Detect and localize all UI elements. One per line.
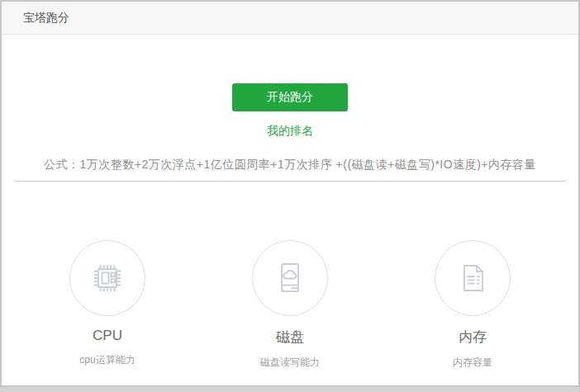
- feature-subtitle-cpu: cpu运算能力: [25, 353, 190, 367]
- feature-subtitle-disk: 磁盘读写能力: [207, 356, 373, 370]
- feature-title-cpu: CPU: [25, 328, 190, 344]
- feature-subtitle-memory: 内存容量: [390, 356, 555, 370]
- benchmark-panel: 宝塔跑分 开始跑分 我的排名 公式：1万次整数+2万次浮点+1亿位圆周率+1万次…: [0, 0, 580, 387]
- my-rank-link[interactable]: 我的排名: [2, 124, 578, 139]
- score-formula-text: 公式：1万次整数+2万次浮点+1亿位圆周率+1万次排序 +((磁盘读+磁盘写)*…: [2, 158, 578, 172]
- feature-memory: 内存 内存容量: [390, 240, 555, 370]
- features-row: CPU cpu运算能力 磁: [2, 240, 578, 370]
- feature-title-memory: 内存: [390, 328, 555, 347]
- cpu-chip-icon: [88, 258, 127, 298]
- page-title: 宝塔跑分: [23, 11, 69, 24]
- disk-icon: [270, 258, 310, 298]
- feature-cpu: CPU cpu运算能力: [25, 240, 190, 370]
- panel-content: 开始跑分 我的排名 公式：1万次整数+2万次浮点+1亿位圆周率+1万次排序 +(…: [2, 35, 578, 370]
- feature-title-disk: 磁盘: [207, 328, 373, 347]
- disk-circle: [252, 240, 328, 316]
- memory-circle: [435, 240, 511, 316]
- memory-file-icon: [453, 258, 492, 298]
- cpu-circle: [69, 240, 145, 316]
- feature-disk: 磁盘 磁盘读写能力: [207, 240, 373, 370]
- start-benchmark-button[interactable]: 开始跑分: [232, 83, 348, 111]
- panel-header: 宝塔跑分: [2, 2, 578, 35]
- section-divider: [15, 181, 565, 182]
